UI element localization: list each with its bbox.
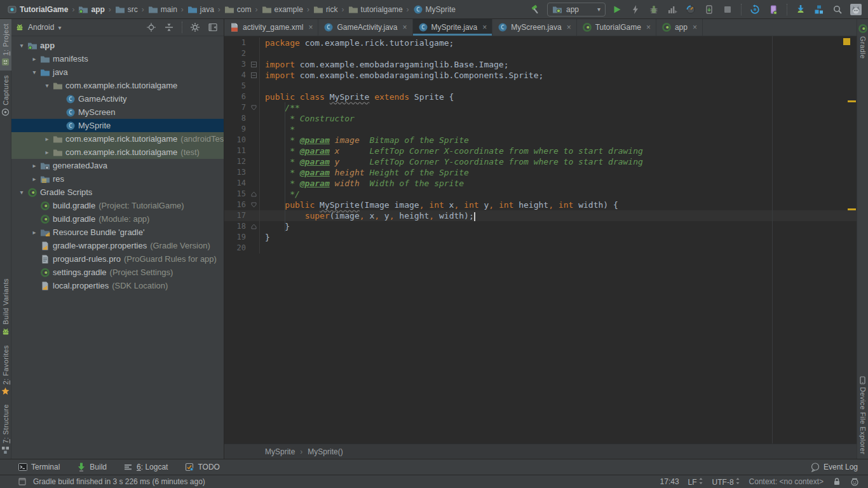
close-icon[interactable]: × [308,23,313,32]
breadcrumb-item-example[interactable]: example [260,3,305,16]
breadcrumb-item-mysprite[interactable]: CMySprite [411,3,458,16]
locate-button[interactable] [144,20,158,34]
tree-collapsed-arrow-icon[interactable]: ▸ [42,135,52,142]
code-text[interactable]: * @param width Width of the sprite [260,178,464,189]
tab-app[interactable]: app× [656,19,703,36]
line-number[interactable]: 14 [224,178,248,189]
fold-marker-icon[interactable] [248,102,260,113]
tree-row-com-example-rick-tutorialgame[interactable]: ▸com.example.rick.tutorialgame(androidTe… [11,132,224,146]
tree-row-myscreen[interactable]: CMyScreen [11,105,224,119]
project-view-mode[interactable]: Android [28,23,54,32]
tree-row-generatedjava[interactable]: ▸generatedJava [11,159,224,172]
tool-window-button-1-project[interactable]: 1: Project [0,19,11,71]
tool-window-button-7-structure[interactable]: 7: Structure [0,400,11,459]
tool-window-button-build-variants[interactable]: Build Variants [0,274,11,341]
line-number[interactable]: 10 [224,135,248,146]
fold-marker-icon[interactable] [248,70,260,81]
run-configuration-select[interactable]: app▾ [547,3,606,17]
code-text[interactable]: * @param image Bitmap of the Sprite [260,135,469,146]
line-number[interactable]: 12 [224,156,248,167]
code-text[interactable] [260,243,265,254]
chevron-down-icon[interactable]: ▾ [58,24,61,31]
tree-expanded-arrow-icon[interactable]: ▾ [17,189,27,196]
line-number[interactable]: 9 [224,124,248,135]
tree-row-resource-bundle-gradle-[interactable]: ▸Resource Bundle 'gradle' [11,226,224,239]
code-text[interactable] [260,48,265,59]
hector-inspector-icon[interactable] [850,477,859,486]
code-text[interactable] [260,81,265,92]
run-button[interactable] [610,3,624,17]
line-number[interactable]: 5 [224,81,248,92]
line-number[interactable]: 19 [224,232,248,243]
line-number[interactable]: 8 [224,113,248,124]
breadcrumb-item-app[interactable]: app [76,3,106,16]
tree-collapsed-arrow-icon[interactable]: ▸ [29,175,39,182]
code-text[interactable]: super(image, x, y, height, width); [260,210,475,221]
breadcrumb-item-com[interactable]: com [222,3,254,16]
lock-icon[interactable] [832,477,841,486]
code-text[interactable]: * @param height Height of the Sprite [260,167,469,178]
fold-marker-icon[interactable] [248,59,260,70]
line-number[interactable]: 7 [224,102,248,113]
search-everywhere-button[interactable] [831,3,844,17]
warning-stripe-marker[interactable] [848,208,856,210]
tree-expanded-arrow-icon[interactable]: ▾ [42,82,52,89]
code-text[interactable]: import com.example.emobadaragaminglib.Co… [260,70,543,81]
user-avatar[interactable] [849,3,863,17]
tree-row-java[interactable]: ▾java [11,65,224,79]
profile-button[interactable] [665,3,679,17]
stop-button[interactable] [721,3,735,17]
line-number[interactable]: 13 [224,167,248,178]
line-number[interactable]: 1 [224,37,248,48]
tree-row-settings-gradle[interactable]: settings.gradle(Project Settings) [11,266,224,279]
code-text[interactable]: } [260,232,270,243]
tree-row-build-gradle[interactable]: build.gradle(Project: TutorialGame) [11,199,224,212]
hide-panel-button[interactable] [206,20,220,34]
line-number[interactable]: 20 [224,243,248,254]
code-text[interactable]: * [260,124,295,135]
fold-marker-icon[interactable] [248,200,260,210]
attach-debugger-button[interactable] [702,3,716,17]
breadcrumb-item-tutorialgame[interactable]: TutorialGame [5,3,70,16]
tree-collapsed-arrow-icon[interactable]: ▸ [42,149,52,156]
breadcrumb-item-src[interactable]: src [113,3,140,16]
tree-expanded-arrow-icon[interactable]: ▾ [29,69,39,76]
code-text[interactable]: /** [260,102,300,113]
line-number[interactable]: 6 [224,92,248,102]
tab-activity-game-xml[interactable]: activity_game.xml× [224,19,318,36]
line-number[interactable]: 18 [224,221,248,232]
tree-row-local-properties[interactable]: local.properties(SDK Location) [11,279,224,292]
code-text[interactable]: * @param y LeftTop Corner Y-coordinate f… [260,156,643,167]
tree-collapsed-arrow-icon[interactable]: ▸ [29,229,39,236]
code-text[interactable]: } [260,221,290,232]
breadcrumb-item-rick[interactable]: rick [311,3,340,16]
breadcrumb-member[interactable]: MySprite() [308,447,342,456]
code-text[interactable]: */ [260,189,300,200]
tool-window-button-2-favorites[interactable]: 2: Favorites [0,341,11,400]
tree-row-mysprite[interactable]: CMySprite [11,119,224,132]
breadcrumb-item-main[interactable]: main [146,3,179,16]
breadcrumb-class[interactable]: MySprite [265,447,295,456]
tree-row-app[interactable]: ▾app [11,39,224,52]
fold-marker-icon[interactable] [248,221,260,232]
sdk-manager-button[interactable] [794,3,808,17]
tree-row-proguard-rules-pro[interactable]: proguard-rules.pro(ProGuard Rules for ap… [11,252,224,266]
code-text[interactable]: * Constructor [260,113,355,124]
avd-manager-button[interactable] [766,3,780,17]
code-text[interactable]: package com.example.rick.tutorialgame; [260,37,454,48]
breadcrumb-item-java[interactable]: java [186,3,216,16]
close-icon[interactable]: × [482,23,487,32]
line-ending-selector[interactable]: LF [688,477,703,487]
tool-window-button-build[interactable]: Build [76,462,107,472]
encoding-selector[interactable]: UTF-8 [712,477,740,487]
breadcrumb-item-tutorialgame[interactable]: tutorialgame [346,3,405,16]
line-number[interactable]: 11 [224,146,248,156]
line-number[interactable]: 16 [224,200,248,210]
tab-myscreen-java[interactable]: CMyScreen.java× [492,19,576,36]
tool-window-toggle-icon[interactable] [18,477,27,486]
tab-tutorialgame[interactable]: TutorialGame× [577,19,656,36]
caret-position[interactable]: 17:43 [660,477,679,486]
tree-row-com-example-rick-tutorialgame[interactable]: ▸com.example.rick.tutorialgame(test) [11,146,224,159]
tree-collapsed-arrow-icon[interactable]: ▸ [29,162,39,169]
tool-window-button-terminal[interactable]: Terminal [18,462,60,472]
